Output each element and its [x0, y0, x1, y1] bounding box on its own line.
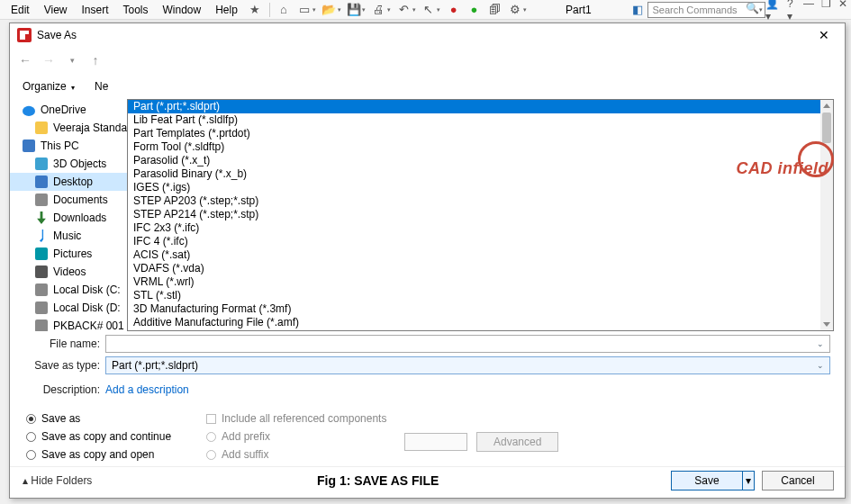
figure-caption: Fig 1: SAVE AS FILE [92, 473, 664, 488]
file-type-option[interactable]: Lib Feat Part (*.sldlfp) [128, 113, 833, 127]
file-type-option[interactable]: Parasolid (*.x_t) [128, 154, 833, 167]
nav-up-button[interactable]: ↑ [86, 50, 105, 70]
save-as-type-value: Part (*.prt;*.sldprt) [112, 359, 198, 372]
tree-label: This PC [41, 140, 79, 152]
traffic-red-icon[interactable]: ● [446, 2, 461, 18]
description-label: Description: [26, 383, 105, 396]
tree-node[interactable]: 3D Objects [10, 155, 127, 173]
disk-icon [35, 302, 48, 314]
file-type-option[interactable]: Additive Manufacturing File (*.amf) [128, 316, 833, 329]
pic-icon [35, 248, 48, 260]
save-button[interactable]: Save [671, 471, 743, 490]
file-type-option[interactable]: 3D Manufacturing Format (*.3mf) [128, 302, 833, 316]
app-menubar: Edit View Insert Tools Window Help ★ ⌂ ▭… [0, 0, 851, 20]
tree-node[interactable]: Pictures [10, 245, 127, 263]
desktop-icon [35, 176, 48, 188]
file-type-option[interactable]: ACIS (*.sat) [128, 248, 833, 262]
tree-label: Pictures [53, 248, 92, 260]
disk-icon [35, 284, 48, 296]
save-as-type-combo[interactable]: Part (*.prt;*.sldprt) ⌄ [105, 356, 830, 374]
new-doc-icon[interactable]: ▭ [296, 2, 312, 18]
nav-forward-button[interactable]: → [39, 50, 59, 70]
rebuild-icon[interactable]: 🗐 [487, 2, 502, 18]
tree-node[interactable]: Documents [10, 191, 127, 209]
nav-history-button[interactable]: ▾ [62, 50, 82, 70]
tree-label: Desktop [53, 176, 93, 188]
file-type-option[interactable]: IFC 2x3 (*.ifc) [128, 221, 833, 235]
file-type-option[interactable]: STEP AP214 (*.step;*.stp) [128, 208, 833, 221]
menu-window[interactable]: Window [156, 2, 209, 18]
folder-tree[interactable]: OneDriveVeeraja StandaThis PC3D ObjectsD… [10, 99, 127, 331]
hide-folders-toggle[interactable]: ▴ Hide Folders [23, 474, 92, 487]
home-icon[interactable]: ⌂ [276, 2, 292, 18]
close-app-icon[interactable]: ✕ [838, 0, 847, 22]
menu-tools[interactable]: Tools [116, 2, 156, 18]
menu-view[interactable]: View [37, 2, 75, 18]
open-icon[interactable]: 📂 [321, 2, 337, 18]
radio-save-copy-continue[interactable]: Save as copy and continue [26, 430, 206, 443]
file-type-option[interactable]: Part Templates (*.prtdot) [128, 127, 833, 140]
dropdown-scrollbar[interactable] [820, 100, 833, 330]
tree-node[interactable]: Local Disk (C: [10, 281, 127, 299]
tree-label: Local Disk (D: [53, 302, 121, 314]
undo-icon[interactable]: ↶ [396, 2, 412, 18]
star-icon[interactable]: ★ [248, 2, 263, 18]
menu-insert[interactable]: Insert [74, 2, 115, 18]
tree-node[interactable]: OneDrive [10, 101, 127, 119]
file-type-option[interactable]: Part (*.prt;*.sldprt) [128, 100, 833, 113]
new-folder-button[interactable]: Ne [89, 78, 113, 94]
tree-node[interactable]: Veeraja Standa [10, 119, 127, 137]
scroll-thumb[interactable] [822, 112, 831, 143]
file-type-option[interactable]: eDrawings (*.eprt) [128, 329, 833, 331]
file-type-option[interactable]: VDAFS (*.vda) [128, 262, 833, 275]
tree-node[interactable]: Desktop [10, 173, 127, 191]
restore-icon[interactable]: ❐ [821, 0, 831, 22]
file-type-option[interactable]: Form Tool (*.sldftp) [128, 140, 833, 154]
nav-bar: ← → ▾ ↑ [10, 47, 845, 74]
nav-back-button[interactable]: ← [15, 50, 35, 70]
tree-label: Local Disk (C: [53, 284, 121, 296]
tree-node[interactable]: This PC [10, 137, 127, 155]
check-include-refs: Include all referenced components [206, 412, 404, 425]
tree-node[interactable]: PKBACK# 001 [10, 317, 127, 331]
cancel-button[interactable]: Cancel [762, 471, 834, 490]
dialog-close-button[interactable]: ✕ [810, 28, 837, 42]
options-icon[interactable]: ⚙ [507, 2, 522, 18]
file-type-option[interactable]: IFC 4 (*.ifc) [128, 235, 833, 248]
tree-node[interactable]: Videos [10, 263, 127, 281]
tree-node[interactable]: Downloads [10, 209, 127, 227]
menu-edit[interactable]: Edit [4, 2, 37, 18]
explorer-toolbar: Organize ▾ Ne [10, 74, 845, 99]
file-name-label: File name: [26, 338, 105, 350]
tree-label: Videos [53, 266, 86, 278]
radio-save-copy-open[interactable]: Save as copy and open [26, 448, 206, 461]
vid-icon [35, 266, 48, 278]
file-type-option[interactable]: VRML (*.wrl) [128, 275, 833, 289]
add-description-link[interactable]: Add a description [105, 383, 189, 396]
tree-node[interactable]: Local Disk (D: [10, 299, 127, 317]
file-type-dropdown-list[interactable]: Part (*.prt;*.sldprt)Lib Feat Part (*.sl… [127, 99, 834, 331]
radio-save-as[interactable]: Save as [26, 412, 206, 425]
user-icon[interactable]: 👤▾ [765, 0, 781, 22]
file-type-option[interactable]: IGES (*.igs) [128, 181, 833, 194]
menu-help[interactable]: Help [208, 2, 245, 18]
organize-button[interactable]: Organize ▾ [17, 78, 80, 94]
disk-icon [35, 320, 48, 331]
save-button-dropdown[interactable]: ▾ [742, 471, 755, 490]
music-icon [35, 230, 48, 242]
file-type-option[interactable]: Parasolid Binary (*.x_b) [128, 167, 833, 181]
minimize-icon[interactable]: — [803, 0, 814, 22]
tree-node[interactable]: Music [10, 227, 127, 245]
tree-label: Veeraja Standa [53, 122, 127, 134]
save-as-type-label: Save as type: [26, 359, 105, 372]
file-name-input[interactable]: ⌄ [105, 335, 830, 353]
dialog-title: Save As [37, 29, 77, 41]
file-type-option[interactable]: STL (*.stl) [128, 289, 833, 302]
pc-icon [23, 140, 35, 152]
help-icon[interactable]: ?▾ [787, 0, 796, 22]
file-type-option[interactable]: STEP AP203 (*.step;*.stp) [128, 194, 833, 208]
save-icon[interactable]: 💾 [347, 2, 362, 18]
traffic-green-icon[interactable]: ● [466, 2, 482, 18]
print-icon[interactable]: 🖨 [371, 2, 386, 18]
select-icon[interactable]: ↖ [421, 2, 437, 18]
